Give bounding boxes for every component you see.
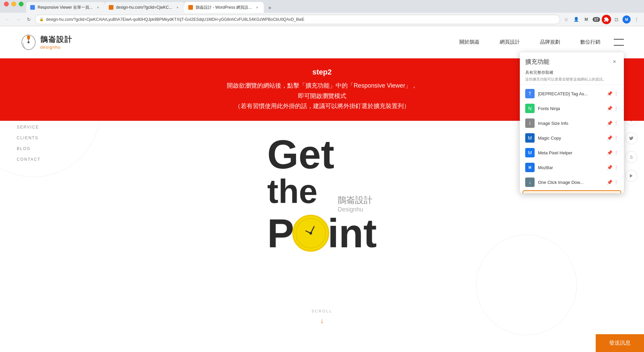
ext-more-oneclick[interactable]: ⋮ [614,180,618,185]
browser-chrome: Responsive Viewer 在單一頁... × design-hu.co… [0,0,644,26]
profile-button[interactable]: M [622,15,631,24]
ext-more-fonts[interactable]: ⋮ [614,106,618,111]
browser-tab-2[interactable]: design-hu.com/?gclid=CjwKC... × [105,2,184,13]
right-sidebar: S [625,113,637,182]
skype-icon[interactable]: S [625,151,637,163]
ext-item-responsive-viewer[interactable]: ⊡ Responsive Viewer Responsive Viewer 有權… [523,190,621,193]
memory-saver-icon[interactable]: M [582,15,591,24]
ext-icon-one-click: ↓ [525,178,535,187]
ext-item-mozbar[interactable]: M MozBar 📌 ⋮ [520,160,624,175]
ext-pin-meta[interactable]: 📌 [607,150,612,155]
tab-title-3: 鵲崙設計 - WordPress 網頁設... [196,5,252,10]
logo-text: 鵲崙設計 designhu [40,35,72,50]
extension-panel-close-button[interactable]: × [610,58,618,66]
step-line2: 即可開啟瀏覽模式 [298,93,346,99]
tab-favicon-1 [30,5,35,10]
hero-the: the [267,174,317,208]
hero-text: Get the 鵲崙設計 Designhu P [267,134,377,253]
close-window-button[interactable] [4,2,9,6]
browser-tab-3[interactable]: 鵲崙設計 - WordPress 網頁設... × [184,2,264,13]
ext-access-title: 具有完整存取權 [520,68,624,76]
ext-item-fonts-ninja[interactable]: N Fonts Ninja 📌 ⋮ [520,101,624,116]
ext-actions-imagesize: 📌 ⋮ [607,120,618,126]
tab-close-2[interactable]: × [175,5,180,10]
hamburger-menu[interactable] [614,39,624,46]
ext-name-mozbar: MozBar [538,165,603,170]
minimize-window-button[interactable] [11,2,16,6]
toolbar-icons: ☆ 👤 M 57 ⊡ M ⋮ [561,15,641,24]
youtube-icon[interactable] [625,170,637,182]
cta-button[interactable]: 發送訊息 [596,334,644,352]
hero-brand-sub: Designhu [338,206,373,213]
ext-item-deprecated-tag[interactable]: T [DEPRECATED] Tag As... 📌 ⋮ [520,86,624,101]
nav-item-web[interactable]: 網頁設計 [500,39,520,45]
extension-profile-icon[interactable]: 👤 [572,15,581,24]
scroll-arrow-icon: ↓ [311,316,332,325]
nav-item-brand[interactable]: 品牌規劃 [540,39,560,45]
ext-actions-oneclick: 📌 ⋮ [607,180,618,185]
ext-pin-fonts[interactable]: 📌 [607,106,612,111]
ext-pin-oneclick[interactable]: 📌 [607,180,612,185]
ext-more-magic[interactable]: ⋮ [614,135,618,141]
cast-icon[interactable]: ⊡ [612,15,621,24]
forward-button[interactable]: → [13,15,23,24]
ext-item-image-size[interactable]: i Image Size Info 📌 ⋮ [520,116,624,131]
extension-panel-title: 擴充功能 [525,58,549,66]
ext-icon-image-size: i [525,118,535,128]
ext-item-meta-pixel[interactable]: M Meta Pixel Helper 📌 ⋮ [520,145,624,160]
ext-name-imagesize: Image Size Info [538,121,603,126]
ext-more-imagesize[interactable]: ⋮ [614,120,618,126]
ext-pin-magic[interactable]: 📌 [607,135,612,141]
window-controls [0,2,28,6]
ext-pin-mozbar[interactable]: 📌 [607,165,612,170]
ext-pin-imagesize[interactable]: 📌 [607,120,612,126]
new-tab-button[interactable]: + [265,3,275,13]
hero-brand: 鵲崙設計 Designhu [338,194,373,213]
address-bar-row: ← → ↻ 🔒 design-hu.com/?gclid=CjwKCAlArLy… [0,13,644,26]
nav-item-about[interactable]: 關於鵲崙 [459,39,480,45]
ext-name-fonts: Fonts Ninja [538,106,603,111]
bookmark-icon[interactable]: ☆ [561,15,571,24]
scroll-indicator: SCROLL ↓ [311,309,332,325]
extension-panel-header: 擴充功能 × [520,52,624,68]
lock-icon: 🔒 [39,17,44,21]
back-button[interactable]: ← [3,15,12,24]
maximize-window-button[interactable] [19,2,23,6]
twitter-icon[interactable] [625,132,637,144]
scroll-text: SCROLL [311,309,332,313]
ext-count-badge[interactable]: 57 [592,15,601,24]
extensions-button[interactable] [602,15,611,24]
logo-svg [20,33,37,51]
ext-more-deprecated[interactable]: ⋮ [614,91,618,96]
logo-sub-text: designhu [40,45,72,50]
ext-pin-deprecated[interactable]: 📌 [607,91,612,96]
browser-tab-1[interactable]: Responsive Viewer 在單一頁... × [26,2,105,13]
ext-name-col-oneclick: One Click Image Dow... [538,180,603,185]
ext-actions-fonts: 📌 ⋮ [607,106,618,111]
ext-icon-mozbar: M [525,163,535,172]
ext-name-col-meta: Meta Pixel Helper [538,150,603,155]
ext-name-deprecated: [DEPRECATED] Tag As... [538,91,603,96]
hamburger-line-1 [614,39,624,40]
tab-bar: Responsive Viewer 在單一頁... × design-hu.co… [0,0,644,13]
ext-name-col-magic: Magic Copy [538,136,603,141]
address-text: design-hu.com/?gclid=CjwKCAlArLyuBhA7Eiw… [46,17,556,22]
ext-name-col-responsive: Responsive Viewer Responsive Viewer 有權存取… [539,193,602,193]
ext-name-col-fonts: Fonts Ninja [538,106,603,111]
ext-more-mozbar[interactable]: ⋮ [614,165,618,170]
tab-close-3[interactable]: × [254,5,260,10]
hero-point-row: P int [267,213,377,253]
address-input[interactable]: 🔒 design-hu.com/?gclid=CjwKCAlArLyuBhA7E… [35,15,560,24]
nav-item-marketing[interactable]: 數位行銷 [580,39,600,45]
ext-name-oneclick: One Click Image Dow... [538,180,603,185]
ext-more-meta[interactable]: ⋮ [614,150,618,155]
ext-icon-fonts-ninja: N [525,104,535,113]
svg-point-2 [28,41,30,43]
more-menu-button[interactable]: ⋮ [632,15,641,24]
ext-item-magic-copy[interactable]: M Magic Copy 📌 ⋮ [520,131,624,145]
refresh-button[interactable]: ↻ [24,15,34,24]
tab-close-1[interactable]: × [95,5,101,10]
ext-divider [520,85,624,85]
site-nav: 關於鵲崙 網頁設計 品牌規劃 數位行銷 [459,39,600,45]
ext-item-one-click[interactable]: ↓ One Click Image Dow... 📌 ⋮ [520,175,624,190]
